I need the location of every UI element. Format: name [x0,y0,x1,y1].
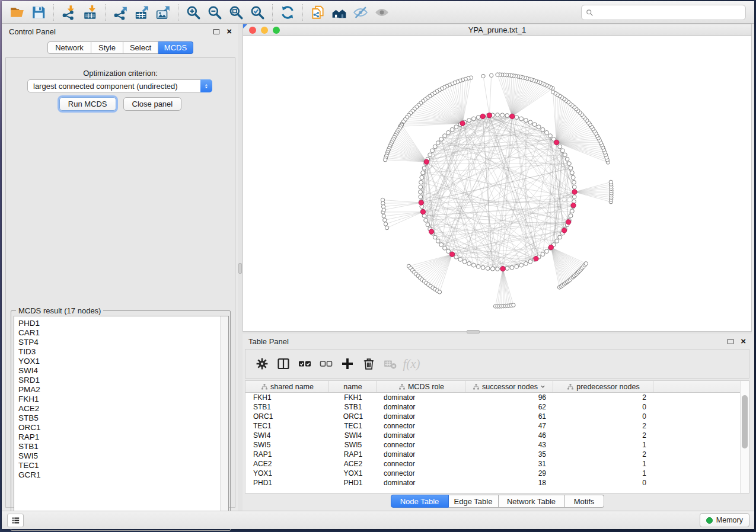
run-mcds-button[interactable]: Run MCDS [59,97,116,111]
table-close-icon[interactable]: × [741,338,746,344]
export-table-button[interactable] [131,3,152,22]
result-node[interactable]: SWI5 [18,451,228,461]
control-panel: Control Panel × NetworkStyleSelectMCDS O… [3,24,238,511]
network-graph[interactable] [243,36,751,331]
tab-network[interactable]: Network [47,41,91,54]
cell: dominator [377,431,465,440]
cell: connector [377,440,465,450]
column-header-shared-name[interactable]: shared name [245,381,329,392]
hide-selected-icon [353,5,368,20]
result-node[interactable]: YOX1 [18,357,228,366]
result-node[interactable]: STB5 [18,414,228,423]
open-icon [9,5,25,20]
columns-button[interactable] [273,353,294,374]
cell: ORC1 [245,412,329,421]
table-row[interactable]: YOX1YOX1connector291 [245,469,741,478]
cell: dominator [377,412,465,421]
tab-mcds[interactable]: MCDS [158,41,193,54]
tab-select[interactable]: Select [123,41,158,54]
import-network-button[interactable] [58,3,79,22]
cell: 31 [465,459,553,469]
duplicate-network-button[interactable] [307,3,328,22]
network-title: YPA_prune.txt_1 [243,25,751,34]
zoom-fit-button[interactable] [225,3,247,22]
import-network-icon [61,5,76,20]
show-all-button[interactable] [371,3,393,22]
search-icon [585,8,594,17]
result-node[interactable]: PHD1 [18,319,228,328]
criterion-label: Optimization criterion: [6,69,235,78]
table-row[interactable]: TEC1TEC1connector472 [245,421,741,431]
result-node[interactable]: SRD1 [18,376,228,385]
result-node[interactable]: TID3 [18,347,228,357]
result-node[interactable]: GCR1 [18,470,228,480]
search-box[interactable] [581,5,746,20]
tab-style[interactable]: Style [91,41,123,54]
table-row[interactable]: STB1STB1dominator620 [245,402,741,412]
import-table-button[interactable] [79,3,101,22]
mcds-result-list[interactable]: PHD1CAR1STP4TID3YOX1SWI4SRD1PMA2FKH1ACE2… [14,316,229,528]
float-panel-icon[interactable] [213,29,219,34]
close-panel-icon[interactable]: × [227,28,232,34]
export-network-button[interactable] [110,3,131,22]
table-scrollbar-thumb[interactable] [742,395,748,448]
refresh-button[interactable] [277,3,298,22]
mcds-result-title: MCDS result (17 nodes) [16,306,103,315]
delete-button[interactable] [358,353,379,374]
zoom-out-button[interactable] [204,3,225,22]
search-input[interactable] [596,8,742,17]
vertical-splitter[interactable] [238,24,243,511]
tab-edge-table[interactable]: Edge Table [449,495,499,508]
tab-motifs[interactable]: Motifs [565,495,604,508]
result-node[interactable]: STP4 [18,338,228,347]
open-button[interactable] [7,3,28,22]
criterion-select[interactable]: largest connected component (undirected) [27,79,212,92]
zoom-selected-button[interactable] [247,3,268,22]
add-button[interactable] [337,353,358,374]
tab-network-table[interactable]: Network Table [499,495,565,508]
table-row[interactable]: SWI4SWI4dominator462 [245,431,741,440]
result-node[interactable]: ACE2 [18,404,228,414]
table-row[interactable]: FKH1FKH1dominator962 [245,393,741,402]
table-scrollbar[interactable] [740,381,749,493]
result-node[interactable]: TEC1 [18,461,228,470]
table-row[interactable]: RAP1RAP1dominator352 [245,450,741,459]
memory-button[interactable]: Memory [700,513,749,527]
table-row[interactable]: ACE2ACE2connector311 [245,459,741,469]
cell: SWI4 [245,431,329,440]
result-node[interactable]: PMA2 [18,385,228,395]
result-node[interactable]: SWI4 [18,366,228,376]
cell: 61 [465,412,553,421]
task-history-button[interactable] [7,514,24,527]
cell: ACE2 [245,459,329,469]
table-row[interactable]: ORC1ORC1dominator610 [245,412,741,421]
table-row[interactable]: SWI5SWI5connector431 [245,440,741,450]
table-float-icon[interactable] [728,339,733,344]
column-header-name[interactable]: name [329,381,377,392]
network-frame: YPA_prune.txt_1 [243,24,752,332]
tab-node-table[interactable]: Node Table [391,495,449,508]
deselect-all-button[interactable] [315,353,337,374]
first-neighbors-button[interactable] [328,3,350,22]
save-button[interactable] [28,3,49,22]
network-canvas[interactable] [243,36,751,331]
select-all-button[interactable] [294,353,315,374]
result-node[interactable]: FKH1 [18,395,228,404]
zoom-in-button[interactable] [183,3,204,22]
function-builder-button: f(x) [401,353,422,374]
result-node[interactable]: STB1 [18,442,228,451]
result-node[interactable]: ORC1 [18,423,228,432]
column-header-predecessor-nodes[interactable]: predecessor nodes [553,381,653,392]
table-row[interactable]: PHD1PHD1dominator180 [245,478,741,488]
column-header-successor-nodes[interactable]: successor nodes [465,381,553,392]
settings-button[interactable] [251,353,273,374]
cell: 2 [553,431,653,440]
result-list-scrollbar[interactable] [220,316,228,527]
result-node[interactable]: CAR1 [18,328,228,338]
close-panel-button[interactable]: Close panel [123,97,182,111]
column-header-MCDS-role[interactable]: MCDS role [377,381,465,392]
export-image-button[interactable] [152,3,174,22]
table-panel-title: Table Panel [248,337,289,346]
result-node[interactable]: RAP1 [18,432,228,442]
hide-selected-button[interactable] [350,3,371,22]
